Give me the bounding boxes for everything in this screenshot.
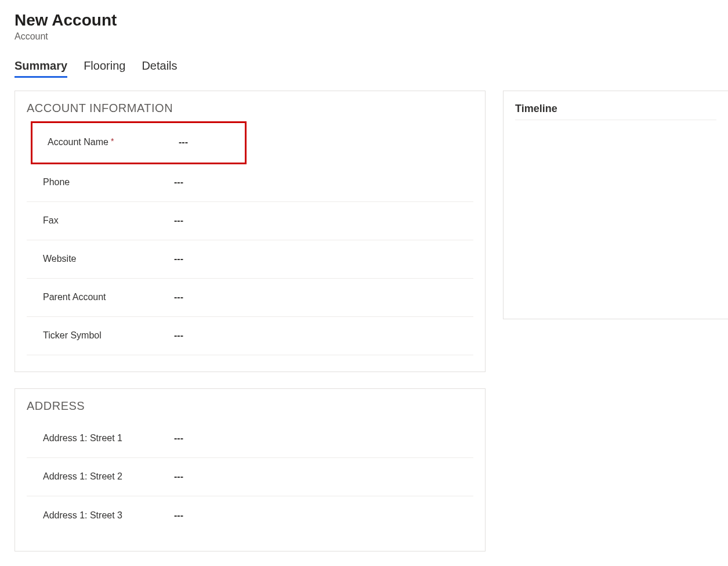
field-label-text: Phone	[43, 177, 70, 188]
field-label-text: Fax	[43, 215, 59, 226]
field-label-text: Account Name	[48, 137, 108, 147]
field-label-text: Address 1: Street 3	[43, 510, 122, 521]
field-ticker-symbol[interactable]: Ticker Symbol ---	[27, 317, 473, 355]
field-parent-account[interactable]: Parent Account ---	[27, 279, 473, 317]
field-label: Address 1: Street 2	[43, 471, 157, 482]
field-label-text: Address 1: Street 1	[43, 433, 122, 444]
tab-flooring[interactable]: Flooring	[84, 59, 125, 78]
page-subtitle: Account	[15, 31, 728, 42]
field-fax[interactable]: Fax ---	[27, 202, 473, 240]
field-address1-street3[interactable]: Address 1: Street 3 ---	[27, 496, 473, 535]
field-label-text: Parent Account	[43, 292, 106, 302]
field-label: Website	[43, 254, 157, 264]
account-information-title: ACCOUNT INFORMATION	[27, 102, 473, 115]
field-value[interactable]: ---	[157, 177, 183, 188]
field-value[interactable]: ---	[157, 254, 183, 264]
field-label: Parent Account	[43, 292, 157, 302]
account-information-panel: ACCOUNT INFORMATION Account Name * --- P…	[15, 91, 486, 372]
field-value[interactable]: ---	[157, 215, 183, 226]
field-label: Ticker Symbol	[43, 330, 157, 341]
field-label-text: Website	[43, 254, 77, 264]
required-icon: *	[111, 136, 114, 146]
timeline-title: Timeline	[515, 103, 716, 120]
field-value[interactable]: ---	[157, 471, 183, 482]
field-value[interactable]: ---	[157, 433, 183, 444]
address-panel: ADDRESS Address 1: Street 1 --- Address …	[15, 388, 486, 551]
field-label: Phone	[43, 177, 157, 188]
timeline-panel: Timeline	[503, 91, 728, 319]
tab-details[interactable]: Details	[142, 59, 177, 78]
field-value[interactable]: ---	[157, 510, 183, 521]
tab-bar: Summary Flooring Details	[15, 59, 728, 78]
field-value[interactable]: ---	[157, 330, 183, 341]
field-account-name[interactable]: Account Name * ---	[31, 122, 246, 164]
field-label: Address 1: Street 3	[43, 510, 157, 521]
page-title: New Account	[15, 10, 728, 30]
field-label-text: Ticker Symbol	[43, 330, 102, 341]
field-address1-street2[interactable]: Address 1: Street 2 ---	[27, 458, 473, 496]
tab-summary[interactable]: Summary	[15, 59, 67, 78]
field-address1-street1[interactable]: Address 1: Street 1 ---	[27, 420, 473, 458]
field-phone[interactable]: Phone ---	[27, 164, 473, 202]
field-label: Fax	[43, 215, 157, 226]
field-website[interactable]: Website ---	[27, 240, 473, 279]
field-label: Address 1: Street 1	[43, 433, 157, 444]
field-value[interactable]: ---	[157, 292, 183, 302]
address-title: ADDRESS	[27, 399, 473, 413]
field-label: Account Name *	[48, 137, 161, 147]
field-label-text: Address 1: Street 2	[43, 471, 122, 482]
field-value[interactable]: ---	[161, 137, 188, 147]
